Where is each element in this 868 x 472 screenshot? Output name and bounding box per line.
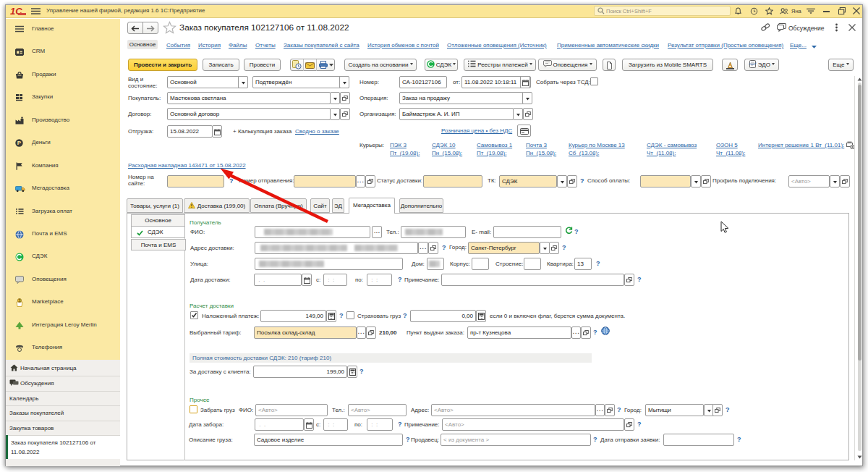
svg-text:P: P: [17, 140, 22, 146]
svg-text:$: $: [18, 298, 20, 303]
